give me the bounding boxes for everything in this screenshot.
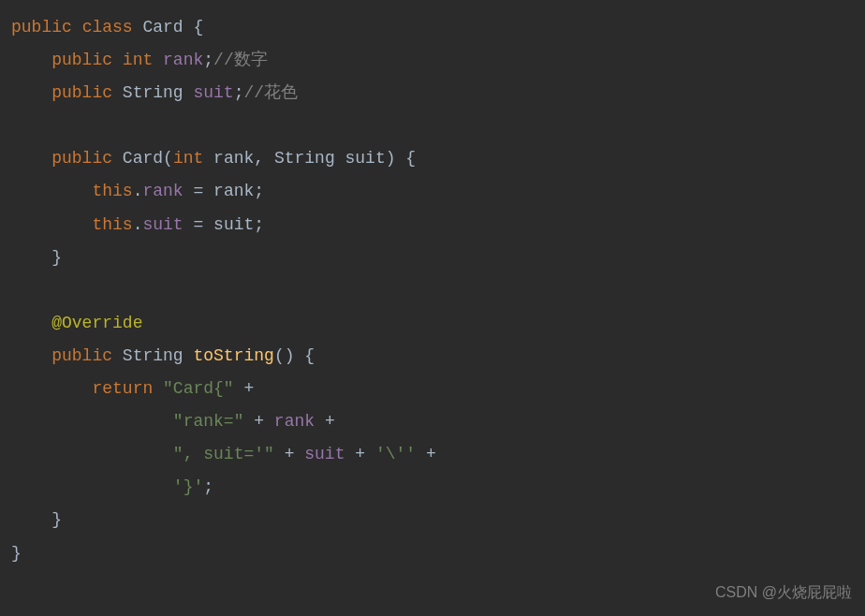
code-line-10: @Override (0, 307, 865, 340)
keyword-this: this (92, 182, 132, 200)
plus: + (243, 412, 273, 431)
brace-open: { (396, 149, 417, 168)
string-literal: "Card{" (163, 379, 234, 398)
annotation-override: @Override (51, 314, 142, 332)
field-rank: rank (274, 412, 315, 431)
code-line-4-blank (0, 110, 865, 142)
keyword-class: class (82, 18, 133, 37)
comma: , (254, 149, 274, 168)
param-name: suit (335, 149, 386, 168)
code-line-1: public class Card { (0, 11, 865, 44)
code-line-7: this.suit = suit; (0, 209, 865, 242)
field-suit: suit (142, 215, 183, 234)
paren-close: ) (386, 149, 396, 168)
semicolon: ; (254, 182, 264, 200)
char-literal: '\'' (375, 445, 416, 463)
code-line-5: public Card(int rank, String suit) { (0, 142, 865, 175)
brace-close: } (51, 248, 62, 267)
parens: () (274, 346, 295, 365)
field-suit: suit (193, 83, 233, 102)
code-line-14: ", suit='" + suit + '\'' + (0, 438, 865, 471)
brace-close: } (51, 510, 62, 529)
equals: = (183, 215, 213, 234)
brace-open: { (295, 346, 315, 365)
string-literal: "rank=" (173, 412, 244, 431)
code-line-9-blank (0, 274, 865, 307)
char-literal: '}' (173, 477, 203, 496)
field-rank: rank (163, 51, 203, 69)
code-line-8: } (0, 242, 865, 274)
type-int: int (123, 51, 153, 69)
semicolon: ; (254, 215, 264, 234)
param-type-int: int (173, 149, 203, 168)
keyword-public: public (51, 51, 112, 69)
type-string: String (123, 83, 183, 102)
equals: = (183, 182, 213, 200)
watermark: CSDN @火烧屁屁啦 (715, 578, 852, 607)
code-line-6: this.rank = rank; (0, 175, 865, 208)
var-rank: rank (213, 182, 254, 200)
brace-close: } (11, 544, 22, 563)
keyword-this: this (92, 215, 132, 234)
code-line-13: "rank=" + rank + (0, 405, 865, 438)
class-name: Card (142, 18, 183, 37)
dot: . (133, 182, 143, 200)
keyword-public: public (51, 149, 112, 168)
plus: + (315, 412, 335, 431)
code-line-12: return "Card{" + (0, 373, 865, 405)
param-type-string: String (274, 149, 335, 168)
brace-open: { (183, 18, 204, 37)
method-tostring: toString (193, 346, 273, 365)
field-suit: suit (304, 445, 345, 463)
string-literal: ", suit='" (173, 445, 274, 463)
keyword-public: public (51, 346, 112, 365)
plus: + (416, 445, 436, 463)
code-line-3: public String suit;//花色 (0, 77, 865, 110)
dot: . (133, 215, 143, 234)
semicolon: ; (234, 83, 244, 102)
param-name: rank (203, 149, 254, 168)
keyword-return: return (92, 379, 153, 398)
keyword-public: public (51, 83, 112, 102)
code-line-16: } (0, 504, 865, 536)
plus: + (234, 379, 255, 398)
field-rank: rank (142, 182, 183, 200)
return-type-string: String (123, 346, 183, 365)
plus: + (345, 445, 374, 463)
paren-open: ( (163, 149, 173, 168)
keyword-public: public (11, 18, 72, 37)
code-editor[interactable]: public class Card { public int rank;//数字… (0, 11, 865, 570)
constructor-name: Card (123, 149, 163, 168)
semicolon: ; (203, 51, 213, 69)
code-line-11: public String toString() { (0, 340, 865, 373)
plus: + (274, 445, 304, 463)
comment: //花色 (244, 83, 299, 102)
code-line-15: '}'; (0, 471, 865, 504)
var-suit: suit (213, 215, 254, 234)
code-line-17: } (0, 537, 865, 570)
semicolon: ; (203, 477, 213, 496)
comment: //数字 (213, 51, 268, 69)
code-line-2: public int rank;//数字 (0, 44, 865, 77)
